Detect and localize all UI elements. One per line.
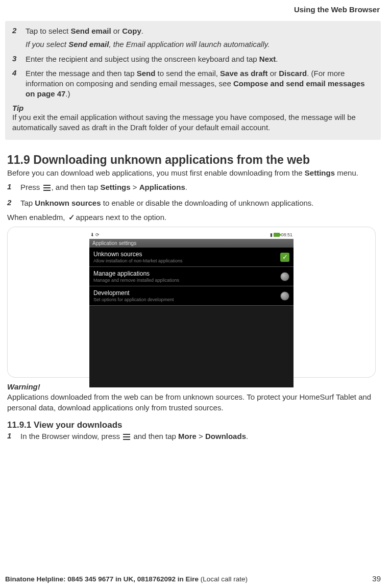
- text-run: Copy: [122, 27, 141, 35]
- section-11-9-heading: 11.9 Downloading unknown applications fr…: [7, 153, 376, 167]
- status-time: 08:51: [281, 232, 292, 237]
- text-run: .: [185, 183, 187, 191]
- text-run: Send: [137, 69, 156, 78]
- step-number: 1: [7, 431, 15, 440]
- step-body: In the Browser window, press and then ta…: [20, 431, 376, 443]
- sync-icon: ⟳: [95, 232, 100, 237]
- text-run: Discard: [279, 69, 307, 78]
- battery-icon: [274, 233, 280, 237]
- phone-screen: ⬇ ⟳ ▮ 08:51 Application settings Unknown…: [89, 231, 294, 374]
- section-11-9-intro: Before you can download web applications…: [7, 168, 376, 178]
- step: 1In the Browser window, press and then t…: [7, 431, 376, 443]
- step: 4Enter the message and then tap Send to …: [12, 68, 376, 100]
- settings-row-subtitle: Manage and remove installed applications: [93, 278, 179, 283]
- footer-helpline-bold: Binatone Helpline: 0845 345 9677 in UK, …: [5, 575, 201, 583]
- text-run: and then tap: [131, 432, 178, 440]
- step-number: 1: [7, 182, 15, 191]
- text-run: Tap: [20, 199, 35, 207]
- app-settings-list: Unknown sourcesAllow installation of non…: [89, 248, 294, 306]
- status-icons-left: ⬇ ⟳: [90, 232, 100, 237]
- text-run: >: [197, 432, 205, 440]
- text-run: Applications: [139, 183, 185, 191]
- settings-row-text: Unknown sourcesAllow installation of non…: [93, 251, 183, 263]
- svg-rect-4: [123, 436, 130, 437]
- svg-rect-5: [123, 439, 130, 440]
- step-number: 2: [12, 26, 20, 35]
- settings-row-manage-apps[interactable]: Manage applicationsManage and remove ins…: [89, 267, 294, 286]
- box-steps-list: 2Tap to select Send email or Copy.If you…: [12, 26, 376, 100]
- text-run: , and then tap: [52, 183, 101, 191]
- text-run: In the Browser window, press: [20, 432, 122, 440]
- text-run: .: [276, 55, 278, 63]
- page-footer: Binatone Helpline: 0845 345 9677 in UK, …: [5, 574, 381, 583]
- text-run: Press: [20, 183, 42, 191]
- status-icons-right: ▮ 08:51: [270, 232, 292, 237]
- footer-helpline-rate: (Local call rate): [201, 575, 248, 583]
- text-run: .): [65, 89, 70, 98]
- step-number: 3: [12, 54, 20, 63]
- text-run: If you select: [26, 40, 68, 48]
- text-run: to enable or disable the downloading of …: [101, 199, 314, 207]
- text-run: Settings: [100, 183, 130, 191]
- page: Using the Web Browser 2Tap to select Sen…: [0, 0, 391, 588]
- tip-label: Tip: [12, 104, 376, 112]
- settings-row-title: Unknown sources: [93, 251, 183, 258]
- page-header: Using the Web Browser: [5, 5, 381, 14]
- step: 3Enter the recipient and subject using t…: [12, 54, 376, 64]
- step-body: Enter the message and then tap Send to s…: [26, 68, 376, 100]
- download-icon: ⬇: [90, 232, 94, 237]
- text-run: Save as draft: [220, 69, 267, 78]
- text-run: or: [267, 69, 279, 78]
- text-run: to send the email,: [155, 69, 220, 78]
- svg-rect-2: [43, 190, 51, 191]
- menu-icon: [43, 183, 51, 193]
- step-number: 2: [7, 198, 15, 207]
- settings-row-unknown-sources[interactable]: Unknown sourcesAllow installation of non…: [89, 248, 294, 267]
- page-number: 39: [372, 574, 381, 583]
- warning-label: Warning!: [7, 382, 40, 391]
- svg-rect-0: [43, 185, 51, 186]
- status-bar: ⬇ ⟳ ▮ 08:51: [89, 231, 294, 239]
- chevron-knob-icon[interactable]: [280, 272, 289, 281]
- text-run: Tap to select: [26, 27, 70, 35]
- section-11-9-1-heading: 11.9.1 View your downloads: [7, 420, 376, 430]
- text-run: menu.: [335, 168, 358, 177]
- step-body: Enter the recipient and subject using th…: [26, 54, 376, 64]
- svg-rect-3: [123, 434, 130, 435]
- content-area: 11.9 Downloading unknown applications fr…: [5, 143, 381, 443]
- settings-row-text: Manage applicationsManage and remove ins…: [93, 270, 179, 283]
- step-note: If you select Send email, the Email appl…: [26, 39, 376, 50]
- settings-row-subtitle: Set options for application development: [93, 297, 174, 302]
- text-run: >: [131, 183, 139, 191]
- step-body: Tap to select Send email or Copy.If you …: [26, 26, 376, 50]
- text-run: When enabledm,: [7, 213, 67, 222]
- svg-rect-1: [43, 187, 51, 188]
- check-icon: ✓: [68, 212, 75, 223]
- signal-icon: ▮: [270, 232, 273, 237]
- menu-icon: [123, 432, 130, 443]
- step: 1Press , and then tap Settings > Applica…: [7, 182, 376, 193]
- step: 2Tap Unknown sources to enable or disabl…: [7, 198, 376, 208]
- section-11-9-1-steps: 1In the Browser window, press and then t…: [7, 431, 376, 443]
- settings-row-title: Manage applications: [93, 270, 179, 277]
- step-body: Press , and then tap Settings > Applicat…: [20, 182, 376, 193]
- step-body: Tap Unknown sources to enable or disable…: [20, 198, 376, 208]
- text-run: Enter the recipient and subject using th…: [26, 55, 259, 63]
- settings-row-development[interactable]: DevelopmentSet options for application d…: [89, 286, 294, 306]
- when-enabled-note: When enabledm, ✓appears next to the opti…: [7, 212, 376, 223]
- section-11-9-steps: 1Press , and then tap Settings > Applica…: [7, 182, 376, 208]
- text-run: appears next to the option.: [76, 213, 167, 222]
- embedded-screenshot: ⬇ ⟳ ▮ 08:51 Application settings Unknown…: [7, 227, 376, 378]
- text-run: , the Email application will launch auto…: [109, 40, 270, 48]
- text-run: .: [246, 432, 248, 440]
- text-run: Unknown sources: [35, 199, 101, 207]
- chevron-knob-icon[interactable]: [280, 291, 289, 301]
- settings-row-subtitle: Allow installation of non-Market applica…: [93, 258, 183, 263]
- text-run: Send email: [70, 27, 111, 35]
- phone-empty-area: [89, 306, 294, 387]
- warning-body: Applications downloaded from the web can…: [7, 393, 371, 411]
- footer-helpline: Binatone Helpline: 0845 345 9677 in UK, …: [5, 575, 248, 583]
- warning-block: Warning! Applications downloaded from th…: [7, 382, 376, 413]
- tip-body: If you exit the email application withou…: [12, 112, 376, 133]
- checkbox-checked-icon[interactable]: ✓: [280, 253, 289, 262]
